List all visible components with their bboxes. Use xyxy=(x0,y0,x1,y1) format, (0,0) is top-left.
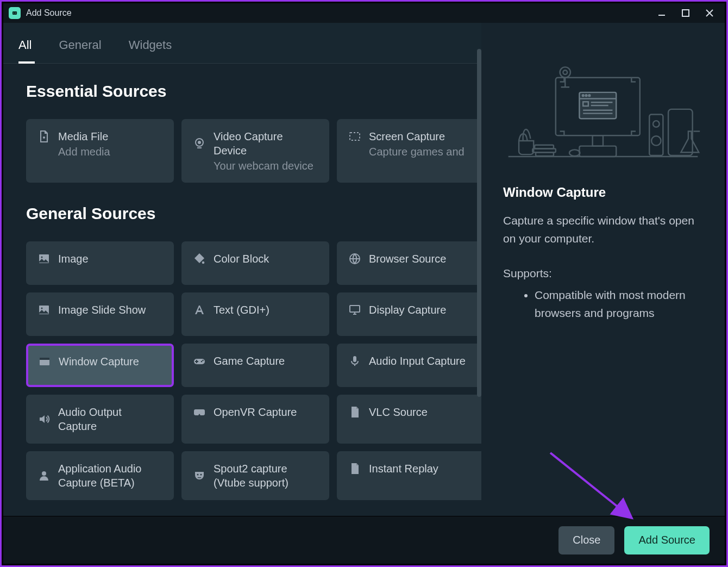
source-label: VLC Source xyxy=(369,405,428,419)
source-label: Image xyxy=(58,252,89,266)
section-essential-title: Essential Sources xyxy=(26,82,466,101)
source-card-image-slideshow[interactable]: Image Slide Show xyxy=(26,292,174,336)
source-card-vlc-source[interactable]: VLC Source xyxy=(337,395,481,444)
source-card-openvr-capture[interactable]: OpenVR Capture xyxy=(181,395,329,444)
svg-point-21 xyxy=(15,13,16,13)
source-card-audio-input[interactable]: Audio Input Capture xyxy=(337,344,481,387)
source-label: Window Capture xyxy=(59,354,139,369)
source-card-window-capture[interactable]: Window Capture xyxy=(26,344,174,387)
svg-point-47 xyxy=(569,149,580,156)
svg-point-31 xyxy=(588,95,590,96)
source-label: OpenVR Capture xyxy=(214,405,297,419)
add-source-button[interactable]: Add Source xyxy=(624,526,710,554)
vr-icon xyxy=(193,406,206,419)
source-card-instant-replay[interactable]: Instant Replay xyxy=(337,451,481,500)
font-icon xyxy=(193,303,206,316)
source-card-video-capture[interactable]: Video Capture DeviceYour webcam device xyxy=(181,119,329,183)
source-label: Screen Capture xyxy=(369,129,445,144)
svg-point-43 xyxy=(653,121,660,127)
tab-general[interactable]: General xyxy=(59,38,101,63)
close-dialog-button[interactable]: Close xyxy=(558,526,614,554)
source-label: Display Capture xyxy=(369,303,446,317)
source-label: Instant Replay xyxy=(369,462,438,476)
dashed-rect-icon xyxy=(348,130,361,143)
image-icon xyxy=(37,252,51,265)
svg-point-37 xyxy=(560,67,570,77)
svg-rect-19 xyxy=(12,11,17,15)
gamepad-icon xyxy=(193,354,206,367)
svg-point-44 xyxy=(651,136,661,145)
source-label: Color Block xyxy=(214,252,269,266)
doc-icon xyxy=(348,462,361,475)
tab-widgets[interactable]: Widgets xyxy=(129,38,172,63)
window-icon xyxy=(38,355,51,368)
supports-list: Compatible with most modern browsers and… xyxy=(503,286,703,322)
file-icon xyxy=(37,130,51,143)
source-label: Media File xyxy=(58,129,108,144)
section-general-title: General Sources xyxy=(26,204,466,223)
source-card-browser-source[interactable]: Browser Source xyxy=(337,241,481,285)
svg-rect-22 xyxy=(682,10,689,16)
doc-icon xyxy=(348,406,361,419)
detail-title: Window Capture xyxy=(503,185,703,200)
source-card-color-block[interactable]: Color Block xyxy=(181,241,329,285)
source-label: Spout2 capture (Vtube support) xyxy=(214,462,318,490)
mask-icon xyxy=(193,469,206,482)
source-label: Game Capture xyxy=(214,354,285,368)
source-card-audio-output[interactable]: Audio Output Capture xyxy=(26,395,174,444)
source-card-game-capture[interactable]: Game Capture xyxy=(181,344,329,387)
footer: Close Add Source xyxy=(3,516,725,564)
minimize-button[interactable] xyxy=(656,8,667,18)
source-card-spout2[interactable]: Spout2 capture (Vtube support) xyxy=(181,451,329,500)
source-label: Application Audio Capture (BETA) xyxy=(58,462,162,490)
tab-all[interactable]: All xyxy=(18,38,32,63)
svg-rect-25 xyxy=(593,135,603,146)
source-sublabel: Add media xyxy=(58,146,162,158)
source-label: Text (GDI+) xyxy=(214,303,269,317)
source-sublabel: Capture games and xyxy=(369,146,473,158)
svg-rect-41 xyxy=(536,152,554,156)
detail-panel: Window Capture Capture a specific window… xyxy=(481,23,725,516)
globe-icon xyxy=(348,252,361,265)
source-label: Audio Input Capture xyxy=(369,354,466,368)
source-list-scroll[interactable]: Essential Sources Media FileAdd mediaVid… xyxy=(3,64,481,516)
svg-point-38 xyxy=(563,70,567,74)
source-card-display-capture[interactable]: Display Capture xyxy=(337,292,481,336)
detail-description: Capture a specific window that's open on… xyxy=(503,212,703,247)
tabs: All General Widgets xyxy=(3,23,481,64)
source-label: Browser Source xyxy=(369,252,446,266)
source-label: Audio Output Capture xyxy=(58,405,162,433)
app-icon xyxy=(9,7,21,19)
source-sublabel: Your webcam device xyxy=(214,160,318,172)
detail-illustration xyxy=(503,47,703,166)
supports-label: Supports: xyxy=(503,267,703,280)
scrollbar[interactable] xyxy=(477,49,481,516)
image-icon xyxy=(37,303,51,316)
svg-point-30 xyxy=(586,95,587,96)
monitor-icon xyxy=(348,303,361,316)
maximize-button[interactable] xyxy=(680,8,691,18)
webcam-icon xyxy=(193,137,206,150)
source-card-image[interactable]: Image xyxy=(26,241,174,285)
speaker-icon xyxy=(37,413,51,426)
source-label: Image Slide Show xyxy=(58,303,146,317)
source-card-media-file[interactable]: Media FileAdd media xyxy=(26,119,174,183)
svg-point-29 xyxy=(582,95,584,96)
mic-icon xyxy=(348,354,361,367)
supports-item: Compatible with most modern browsers and… xyxy=(535,286,703,322)
titlebar: Add Source xyxy=(3,3,725,23)
source-card-screen-capture[interactable]: Screen CaptureCapture games and xyxy=(337,119,481,183)
paint-icon xyxy=(193,252,206,265)
svg-rect-26 xyxy=(579,146,616,157)
source-label: Video Capture Device xyxy=(214,129,318,158)
person-icon xyxy=(37,469,51,482)
source-card-text-gdi[interactable]: Text (GDI+) xyxy=(181,292,329,336)
source-card-app-audio[interactable]: Application Audio Capture (BETA) xyxy=(26,451,174,500)
close-button[interactable] xyxy=(704,8,715,18)
window-title: Add Source xyxy=(26,8,72,18)
svg-point-20 xyxy=(14,13,14,13)
